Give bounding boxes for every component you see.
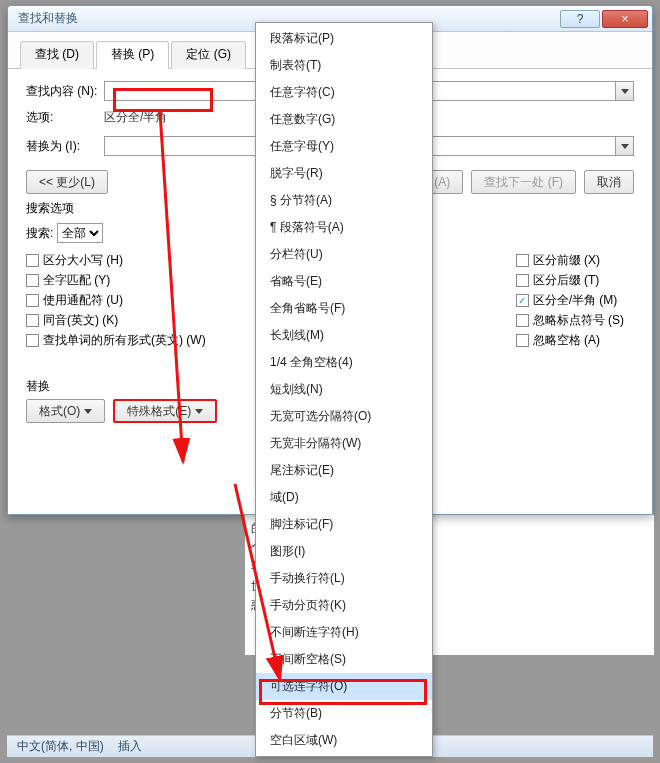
menu-item[interactable]: 可选连字符(O) (256, 673, 432, 700)
checkbox-icon (516, 334, 529, 347)
format-button[interactable]: 格式(O) (26, 399, 105, 423)
menu-item[interactable]: 无宽可选分隔符(O) (256, 403, 432, 430)
menu-item[interactable]: 任意字母(Y) (256, 133, 432, 160)
option-checkbox[interactable]: 忽略标点符号 (S) (516, 312, 624, 329)
checkbox-label: 忽略空格 (A) (533, 332, 600, 349)
checkbox-label: 区分后缀 (T) (533, 272, 600, 289)
right-options: 区分前缀 (X)区分后缀 (T)区分全/半角 (M)忽略标点符号 (S)忽略空格… (516, 249, 624, 352)
status-insert[interactable]: 插入 (118, 738, 142, 755)
tab-goto[interactable]: 定位 (G) (171, 41, 246, 69)
menu-item[interactable]: 段落标记(P) (256, 25, 432, 52)
option-checkbox[interactable]: 区分全/半角 (M) (516, 292, 624, 309)
menu-item[interactable]: 手动换行符(L) (256, 565, 432, 592)
less-button[interactable]: << 更少(L) (26, 170, 108, 194)
checkbox-label: 全字匹配 (Y) (43, 272, 110, 289)
cancel-button[interactable]: 取消 (584, 170, 634, 194)
menu-item[interactable]: 长划线(M) (256, 322, 432, 349)
checkbox-label: 查找单词的所有形式(英文) (W) (43, 332, 206, 349)
help-button[interactable]: ? (560, 10, 600, 28)
menu-item[interactable]: 脱字号(R) (256, 160, 432, 187)
find-label: 查找内容 (N): (26, 83, 104, 100)
checkbox-label: 使用通配符 (U) (43, 292, 123, 309)
checkbox-label: 区分大小写 (H) (43, 252, 123, 269)
checkbox-label: 区分前缀 (X) (533, 252, 600, 269)
menu-item[interactable]: 任意数字(G) (256, 106, 432, 133)
menu-item[interactable]: 手动分页符(K) (256, 592, 432, 619)
checkbox-icon (516, 254, 529, 267)
menu-item[interactable]: 省略号(E) (256, 268, 432, 295)
menu-item[interactable]: 不间断连字符(H) (256, 619, 432, 646)
checkbox-icon (516, 274, 529, 287)
special-format-button[interactable]: 特殊格式(E) (113, 399, 217, 423)
option-checkbox[interactable]: 使用通配符 (U) (26, 292, 206, 309)
option-checkbox[interactable]: 查找单词的所有形式(英文) (W) (26, 332, 206, 349)
help-icon: ? (577, 12, 584, 26)
options-label: 选项: (26, 109, 104, 126)
option-checkbox[interactable]: 区分后缀 (T) (516, 272, 624, 289)
chevron-down-icon (621, 144, 629, 149)
special-format-menu[interactable]: 段落标记(P)制表符(T)任意字符(C)任意数字(G)任意字母(Y)脱字号(R)… (255, 22, 433, 757)
option-checkbox[interactable]: 区分大小写 (H) (26, 252, 206, 269)
close-icon: × (621, 12, 628, 26)
checkbox-icon (26, 274, 39, 287)
menu-item[interactable]: § 分节符(A) (256, 187, 432, 214)
option-checkbox[interactable]: 区分前缀 (X) (516, 252, 624, 269)
chevron-down-icon (84, 409, 92, 414)
tab-replace[interactable]: 替换 (P) (96, 41, 169, 69)
menu-item[interactable]: 空白区域(W) (256, 727, 432, 754)
chevron-down-icon (195, 409, 203, 414)
menu-item[interactable]: 图形(I) (256, 538, 432, 565)
checkbox-icon (26, 334, 39, 347)
options-value: 区分全/半角 (104, 109, 167, 126)
menu-item[interactable]: 短划线(N) (256, 376, 432, 403)
menu-item[interactable]: 任意字符(C) (256, 79, 432, 106)
tab-find[interactable]: 查找 (D) (20, 41, 94, 69)
checkbox-label: 区分全/半角 (M) (533, 292, 618, 309)
menu-item[interactable]: 不间断空格(S) (256, 646, 432, 673)
search-scope-select[interactable]: 全部 (57, 223, 103, 243)
checkbox-icon (516, 294, 529, 307)
menu-item[interactable]: 无宽非分隔符(W) (256, 430, 432, 457)
close-button[interactable]: × (602, 10, 648, 28)
option-checkbox[interactable]: 忽略空格 (A) (516, 332, 624, 349)
menu-item[interactable]: 制表符(T) (256, 52, 432, 79)
checkbox-label: 忽略标点符号 (S) (533, 312, 624, 329)
checkbox-icon (26, 294, 39, 307)
option-checkbox[interactable]: 全字匹配 (Y) (26, 272, 206, 289)
chevron-down-icon (621, 89, 629, 94)
checkbox-label: 同音(英文) (K) (43, 312, 118, 329)
menu-item[interactable]: ¶ 段落符号(A) (256, 214, 432, 241)
left-options: 区分大小写 (H)全字匹配 (Y)使用通配符 (U)同音(英文) (K)查找单词… (26, 249, 206, 352)
checkbox-icon (26, 314, 39, 327)
status-language[interactable]: 中文(简体, 中国) (17, 738, 104, 755)
menu-item[interactable]: 尾注标记(E) (256, 457, 432, 484)
checkbox-icon (516, 314, 529, 327)
menu-item[interactable]: 分栏符(U) (256, 241, 432, 268)
find-dropdown[interactable] (616, 81, 634, 101)
menu-item[interactable]: 脚注标记(F) (256, 511, 432, 538)
find-next-button[interactable]: 查找下一处 (F) (471, 170, 576, 194)
option-checkbox[interactable]: 同音(英文) (K) (26, 312, 206, 329)
menu-item[interactable]: 1/4 全角空格(4) (256, 349, 432, 376)
menu-item[interactable]: 全角省略号(F) (256, 295, 432, 322)
replace-label: 替换为 (I): (26, 138, 104, 155)
replace-dropdown[interactable] (616, 136, 634, 156)
checkbox-icon (26, 254, 39, 267)
search-scope-label: 搜索: (26, 225, 53, 242)
menu-item[interactable]: 分节符(B) (256, 700, 432, 727)
menu-item[interactable]: 域(D) (256, 484, 432, 511)
